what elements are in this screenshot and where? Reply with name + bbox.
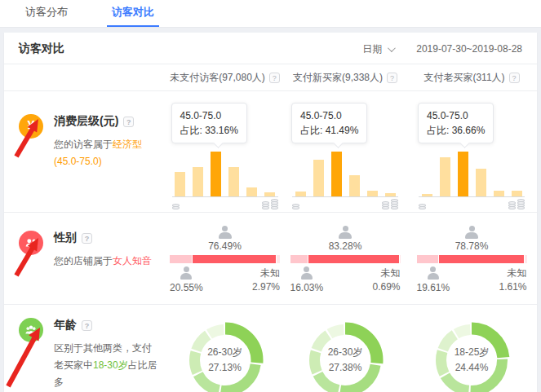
tooltip-range: 45.0-75.0 xyxy=(180,108,238,123)
coin-stack-icon xyxy=(391,200,398,209)
compare-panel: 访客对比 日期 2019-07-30~2019-08-28 未支付访客(97,0… xyxy=(4,33,537,392)
coin-stack-icon xyxy=(419,205,426,209)
column-header-unpaid-label: 未支付访客(97,080人) xyxy=(170,71,265,85)
row-consumption-level: ¥ 消费层级(元)? 您的访客属于经济型(45.0-75.0) 45.0-75.… xyxy=(4,91,537,213)
tooltip-range: 45.0-75.0 xyxy=(427,108,485,123)
help-icon[interactable]: ? xyxy=(123,117,134,127)
male-icon xyxy=(301,266,313,280)
female-percent: 83.28% xyxy=(329,240,362,252)
male-percent: 19.61% xyxy=(417,282,450,293)
unknown-percent: 1.61% xyxy=(499,280,526,294)
spend-axis-icons xyxy=(172,200,278,209)
spend-axis-icons xyxy=(419,200,525,209)
unknown-percent: 2.97% xyxy=(252,280,280,294)
donut-center-label: 26-30岁 27.38% xyxy=(306,321,384,392)
date-dropdown[interactable]: 日期 xyxy=(362,42,393,56)
gender-chart-unpaid[interactable]: 76.49% 20.55% 未知2.97% xyxy=(166,213,284,304)
column-header-old-buyers-label: 支付老买家(311人) xyxy=(423,71,504,85)
tooltip-share: 占比: 41.49% xyxy=(300,123,358,138)
gender-row-title: 性别? xyxy=(54,231,158,245)
unknown-percent: 0.69% xyxy=(372,280,400,294)
consumption-chart-unpaid[interactable]: 45.0-75.0 占比: 33.16% xyxy=(166,91,284,212)
gender-chart-new-buyers[interactable]: 83.28% 16.03% 未知0.69% xyxy=(284,213,406,304)
female-icon xyxy=(219,226,232,239)
male-percent: 20.55% xyxy=(170,282,203,293)
donut-center-label: 26-30岁 27.13% xyxy=(186,321,264,392)
column-header-row: 未支付访客(97,080人)? 支付新买家(9,338人)? 支付老买家(311… xyxy=(4,64,537,91)
column-header-old-buyers: 支付老买家(311人)? xyxy=(406,64,537,90)
chart-tooltip: 45.0-75.0 占比: 36.66% xyxy=(418,103,494,143)
date-area: 日期 2019-07-30~2019-08-28 xyxy=(362,42,522,56)
visitor-compare-page: 访客分布 访客对比 访客对比 日期 2019-07-30~2019-08-28 … xyxy=(0,0,541,392)
column-header-new-buyers-label: 支付新买家(9,338人) xyxy=(293,71,383,85)
consumption-barchart xyxy=(175,151,275,196)
column-header-new-buyers: 支付新买家(9,338人)? xyxy=(284,64,406,90)
consumption-chart-new-buyers[interactable]: 45.0-75.0 占比: 41.49% xyxy=(284,91,406,212)
chart-tooltip: 45.0-75.0 占比: 33.16% xyxy=(171,103,247,143)
axis-baseline xyxy=(172,196,278,197)
coin-stack-icon xyxy=(271,200,278,209)
annotation-arrow xyxy=(5,323,47,392)
female-icon xyxy=(339,226,352,239)
tooltip-share: 占比: 36.66% xyxy=(427,123,485,138)
coin-stack-icon xyxy=(382,202,389,209)
tooltip-share: 占比: 33.16% xyxy=(180,123,238,138)
coin-stack-icon xyxy=(262,202,269,209)
axis-baseline xyxy=(419,196,525,197)
consumption-chart-old-buyers[interactable]: 45.0-75.0 占比: 36.66% xyxy=(406,91,537,212)
date-dropdown-label: 日期 xyxy=(362,42,382,56)
age-chart-old-buyers[interactable]: 18-25岁 24.44% xyxy=(406,305,537,392)
age-chart-unpaid[interactable]: 26-30岁 27.13% xyxy=(166,305,284,392)
annotation-arrow xyxy=(11,235,44,280)
spend-axis-icons xyxy=(292,200,398,209)
chevron-down-icon xyxy=(388,44,396,52)
female-percent: 76.49% xyxy=(208,240,242,252)
gender-stacked-bar xyxy=(417,255,527,263)
female-icon xyxy=(465,226,478,239)
annotation-arrow xyxy=(11,116,44,161)
age-chart-new-buyers[interactable]: 26-30岁 27.38% xyxy=(284,305,406,392)
gender-stacked-bar xyxy=(170,255,280,263)
help-icon[interactable]: ? xyxy=(82,233,92,244)
gender-stacked-bar xyxy=(290,255,401,263)
coin-stack-icon xyxy=(172,205,180,209)
consumption-barchart xyxy=(422,151,522,196)
row-age: 年龄? 区别于其他两类，支付老买家中18-30岁占比居多 26-30岁 27.1… xyxy=(4,305,537,392)
row-gender: 性别? 您的店铺属于女人知音 76.49% 20.55% 未知2.97% 83.… xyxy=(4,213,537,305)
help-icon[interactable]: ? xyxy=(387,73,397,83)
date-range-value[interactable]: 2019-07-30~2019-08-28 xyxy=(416,43,522,55)
unknown-label: 未知 xyxy=(372,266,400,280)
top-tab-bar: 访客分布 访客对比 xyxy=(0,0,541,28)
consumption-row-desc: 您的访客属于经济型(45.0-75.0) xyxy=(54,136,158,170)
help-icon[interactable]: ? xyxy=(509,73,520,83)
panel-title: 访客对比 xyxy=(19,42,64,56)
unknown-label: 未知 xyxy=(499,266,526,280)
donut-center-label: 18-25岁 24.44% xyxy=(432,321,511,392)
consumption-row-title: 消费层级(元)? xyxy=(54,114,158,129)
axis-baseline xyxy=(292,196,398,197)
unknown-label: 未知 xyxy=(252,266,280,280)
coin-stack-icon xyxy=(508,202,516,209)
tab-visitor-distribution[interactable]: 访客分布 xyxy=(20,0,73,27)
gender-row-desc: 您的店铺属于女人知音 xyxy=(54,253,158,270)
consumption-barchart xyxy=(295,151,396,196)
age-row-title: 年龄? xyxy=(54,318,158,333)
help-icon[interactable]: ? xyxy=(82,320,92,331)
male-icon xyxy=(428,266,439,280)
male-percent: 16.03% xyxy=(290,282,324,293)
help-icon[interactable]: ? xyxy=(269,73,280,83)
coin-stack-icon xyxy=(292,205,299,209)
tooltip-range: 45.0-75.0 xyxy=(300,108,358,123)
column-header-unpaid: 未支付访客(97,080人)? xyxy=(166,64,284,90)
male-icon xyxy=(180,266,192,280)
gender-chart-old-buyers[interactable]: 78.78% 19.61% 未知1.61% xyxy=(406,213,537,304)
female-percent: 78.78% xyxy=(455,240,489,252)
chart-tooltip: 45.0-75.0 占比: 41.49% xyxy=(291,103,367,143)
panel-header: 访客对比 日期 2019-07-30~2019-08-28 xyxy=(4,33,537,64)
age-row-desc: 区别于其他两类，支付老买家中18-30岁占比居多 xyxy=(54,340,158,391)
tab-visitor-compare[interactable]: 访客对比 xyxy=(107,0,159,27)
coin-stack-icon xyxy=(517,200,525,209)
